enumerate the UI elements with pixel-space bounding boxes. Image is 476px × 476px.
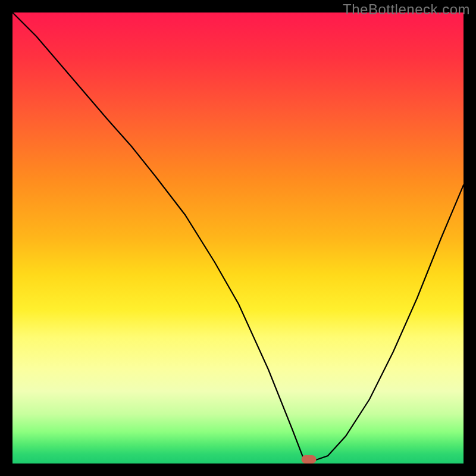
chart-container: TheBottleneck.com — [0, 0, 476, 476]
gradient-plot-area — [12, 12, 464, 464]
optimum-marker — [302, 455, 317, 464]
watermark-label: TheBottleneck.com — [343, 1, 470, 18]
